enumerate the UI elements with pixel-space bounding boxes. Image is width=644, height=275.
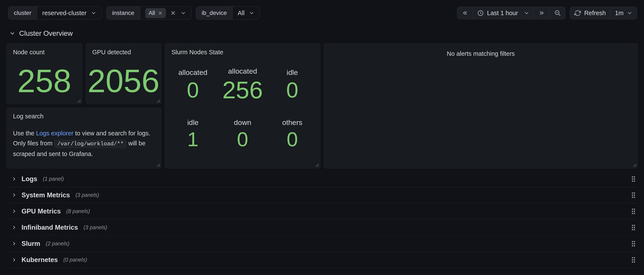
double-chevron-right-icon	[538, 10, 545, 16]
row-title: Kubernetes	[22, 256, 58, 264]
filter-ib-device: ib_device All	[196, 6, 260, 19]
chevron-down-icon	[249, 10, 254, 16]
stat-label: idle	[287, 68, 298, 77]
stat-cell: idle 1	[168, 109, 218, 158]
row-gpu-metrics[interactable]: GPU Metrics (8 panels)	[6, 203, 638, 220]
row-logs[interactable]: Logs (1 panel)	[6, 171, 638, 187]
time-shift-forward-button[interactable]	[534, 7, 550, 19]
filter-cluster-label: cluster	[8, 6, 37, 19]
stat-value: 258	[6, 56, 82, 104]
panel-alert-list: No alerts matching filters	[324, 43, 638, 168]
row-panel-count: (3 panels)	[76, 192, 99, 198]
time-range-label: Last 1 hour	[487, 9, 518, 16]
refresh-interval-picker[interactable]: 1m	[610, 7, 637, 19]
panel-node-count: Node count 258	[6, 43, 82, 104]
stat-cell: down 0	[218, 109, 267, 158]
chevron-right-icon	[12, 176, 17, 182]
panel-gpu-detected: GPU detected 2056	[86, 43, 162, 104]
resize-corner-icon[interactable]	[154, 97, 160, 103]
zoom-out-button[interactable]	[550, 7, 566, 19]
resize-corner-icon[interactable]	[314, 162, 319, 167]
drag-handle-icon[interactable]	[631, 240, 636, 247]
filter-cluster-value[interactable]: reserved-cluster	[37, 6, 102, 19]
panel-title[interactable]: GPU detected	[86, 44, 161, 56]
time-shift-back-button[interactable]	[457, 7, 472, 19]
row-title: System Metrics	[22, 191, 70, 199]
stat-cell: allocated 256	[218, 60, 267, 109]
stat-value: 0	[187, 79, 199, 101]
row-title: GPU Metrics	[22, 208, 61, 215]
stat-value: 256	[222, 78, 263, 102]
refresh-interval-label: 1m	[615, 9, 624, 16]
log-search-text-part: Use the	[13, 130, 36, 137]
dashboard-rows: Logs (1 panel) System Metrics (3 panels)…	[6, 171, 638, 268]
resize-corner-icon[interactable]	[76, 97, 81, 103]
chevron-down-icon[interactable]	[180, 10, 186, 16]
filter-ib-device-value[interactable]: All	[232, 6, 260, 19]
section-title: Cluster Overview	[19, 29, 72, 37]
double-chevron-left-icon	[462, 10, 468, 16]
filter-cluster-selected: reserved-cluster	[42, 9, 86, 16]
filter-instance-value[interactable]: All	[140, 6, 191, 19]
row-kubernetes[interactable]: Kubernetes (0 panels)	[6, 252, 638, 268]
refresh-button[interactable]: Refresh	[570, 7, 610, 19]
filter-instance-tag[interactable]: All	[145, 8, 166, 18]
grafana-dashboard: { "colors":{ "page_bg":"#111217", "panel…	[0, 0, 644, 275]
panel-title[interactable]: Log search	[6, 108, 161, 120]
row-panel-count: (1 panel)	[43, 176, 64, 182]
section-cluster-overview[interactable]: Cluster Overview	[9, 29, 72, 37]
drag-handle-icon[interactable]	[631, 257, 636, 263]
slurm-stats-grid: allocated 0 allocated 256 idle 0 idle 1 …	[165, 56, 320, 168]
drag-handle-icon[interactable]	[631, 224, 636, 231]
stat-label: idle	[187, 118, 198, 127]
drag-handle-icon[interactable]	[631, 192, 636, 199]
filter-instance-label: instance	[106, 6, 140, 19]
row-system-metrics[interactable]: System Metrics (3 panels)	[6, 187, 638, 203]
stat-cell: idle 0	[268, 60, 317, 109]
alerts-empty-message: No alerts matching filters	[324, 44, 638, 57]
stat-value: 0	[237, 129, 248, 149]
panel-slurm-nodes-state: Slurm Nodes State allocated 0 allocated …	[165, 43, 320, 168]
refresh-group: Refresh 1m	[570, 6, 637, 19]
stat-cell: others 0	[268, 109, 317, 158]
drag-handle-icon[interactable]	[631, 208, 636, 215]
drag-handle-icon[interactable]	[631, 176, 636, 182]
chevron-down-icon	[9, 30, 15, 36]
filter-instance-label-text: instance	[112, 9, 134, 16]
chevron-down-icon	[91, 10, 96, 16]
resize-corner-icon[interactable]	[154, 162, 160, 167]
time-range-group: Last 1 hour	[457, 6, 566, 19]
resize-corner-icon[interactable]	[631, 162, 636, 167]
chevron-right-icon	[12, 241, 17, 246]
panel-title[interactable]: Slurm Nodes State	[165, 44, 320, 56]
chevron-down-icon	[627, 10, 632, 16]
logs-explorer-link[interactable]: Logs explorer	[36, 130, 74, 137]
variable-filters: cluster reserved-cluster instance All	[8, 6, 260, 19]
panel-title[interactable]: Node count	[6, 44, 82, 56]
filter-ib-device-label-text: ib_device	[202, 9, 227, 16]
close-icon[interactable]	[170, 10, 176, 16]
filter-instance-tag-text: All	[149, 10, 155, 16]
row-panel-count: (0 panels)	[64, 257, 87, 263]
panel-log-search: Log search Use the Logs explorer to view…	[6, 107, 162, 168]
filter-cluster-label-text: cluster	[14, 9, 31, 16]
close-icon[interactable]	[158, 11, 162, 15]
filter-instance: instance All	[106, 6, 191, 19]
stat-cell: allocated 0	[168, 60, 218, 109]
log-path-code: /var/log/workload/**	[54, 140, 126, 148]
row-panel-count: (2 panels)	[46, 241, 70, 247]
stat-label: others	[282, 118, 302, 127]
stat-value: 2056	[86, 56, 161, 104]
refresh-label: Refresh	[584, 9, 606, 16]
refresh-icon	[574, 10, 581, 16]
chevron-right-icon	[12, 257, 17, 263]
dashboard-toolbar: cluster reserved-cluster instance All	[8, 6, 637, 19]
time-range-picker[interactable]: Last 1 hour	[472, 7, 534, 19]
row-infiniband-metrics[interactable]: Infiniband Metrics (3 panels)	[6, 220, 638, 236]
row-slurm[interactable]: Slurm (2 panels)	[6, 236, 638, 252]
row-title: Slurm	[22, 240, 40, 248]
magnifier-minus-icon	[554, 9, 561, 16]
chevron-right-icon	[12, 209, 17, 214]
stat-value: 0	[286, 79, 298, 101]
stat-label: allocated	[228, 67, 257, 75]
